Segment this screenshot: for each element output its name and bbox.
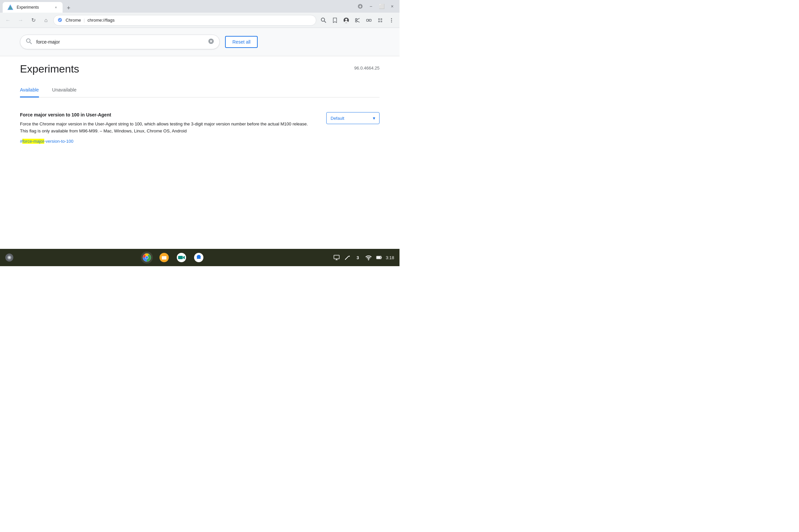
flag-item: Force major version to 100 in User-Agent…: [20, 106, 379, 151]
taskbar-apps: [17, 251, 329, 264]
tab-close-button[interactable]: ×: [53, 5, 59, 10]
taskbar-app-meet[interactable]: [175, 251, 187, 264]
account-icon[interactable]: [341, 15, 352, 26]
bookmark-icon[interactable]: [330, 15, 340, 26]
svg-point-9: [356, 20, 357, 22]
download-icon[interactable]: [356, 2, 365, 11]
title-bar: Experiments × + − ⬜ ×: [0, 0, 400, 13]
navigation-bar: ← → ↻ ⌂ Chrome | chrome://flags: [0, 13, 400, 28]
svg-line-41: [345, 256, 349, 260]
stylus-icon[interactable]: [343, 253, 351, 262]
tabs-container: Available Unavailable: [20, 83, 379, 97]
svg-point-8: [356, 18, 357, 20]
wifi-icon[interactable]: [365, 253, 373, 262]
anchor-suffix: -version-to-100: [44, 139, 73, 144]
menu-icon[interactable]: [386, 15, 397, 26]
screen-icon[interactable]: [333, 253, 340, 262]
toolbar-icons: [318, 15, 397, 26]
flag-dropdown[interactable]: Default ▾: [326, 112, 379, 124]
dropdown-value: Default: [331, 116, 344, 121]
search-box[interactable]: [20, 35, 220, 49]
svg-point-4: [321, 18, 324, 21]
svg-point-20: [391, 21, 392, 22]
search-icon: [26, 38, 32, 46]
back-button[interactable]: ←: [3, 15, 13, 26]
svg-line-10: [357, 18, 359, 20]
tab-area: Experiments × +: [3, 0, 73, 13]
main-content: Experiments 96.0.4664.25 Available Unava…: [0, 56, 400, 249]
svg-rect-12: [367, 19, 369, 21]
address-bar[interactable]: Chrome | chrome://flags: [53, 15, 316, 26]
battery-icon[interactable]: [375, 253, 383, 262]
dropdown-arrow-icon: ▾: [373, 115, 375, 121]
tab-unavailable[interactable]: Unavailable: [52, 83, 77, 97]
svg-rect-38: [334, 255, 339, 259]
flag-anchor-link[interactable]: #force-major-version-to-100: [20, 139, 73, 144]
maximize-button[interactable]: ⬜: [377, 2, 386, 11]
taskbar-time: 3:18: [386, 255, 394, 260]
svg-rect-15: [380, 18, 382, 20]
refresh-button[interactable]: ↻: [28, 15, 39, 26]
svg-rect-14: [378, 18, 380, 20]
window-controls: − ⬜ ×: [356, 2, 397, 11]
svg-rect-16: [378, 21, 380, 22]
svg-line-5: [324, 21, 326, 23]
svg-line-22: [30, 42, 32, 44]
svg-point-18: [391, 18, 392, 19]
svg-rect-35: [178, 256, 183, 259]
taskbar-app-chrome[interactable]: [141, 251, 153, 264]
notification-number: 3: [356, 255, 359, 260]
flag-description: Force the Chrome major version in the Us…: [20, 121, 313, 135]
search-clear-button[interactable]: [208, 38, 214, 46]
svg-point-27: [8, 256, 10, 259]
tab-label: Experiments: [17, 5, 51, 10]
minimize-button[interactable]: −: [366, 2, 375, 11]
svg-rect-17: [380, 21, 382, 22]
page-title: Experiments: [20, 63, 79, 75]
reset-all-button[interactable]: Reset all: [225, 36, 258, 48]
site-security-icon: [58, 18, 63, 23]
version-text: 96.0.4664.25: [354, 65, 379, 71]
scissors-icon[interactable]: [352, 15, 363, 26]
active-tab[interactable]: Experiments ×: [3, 2, 62, 13]
search-toolbar-icon[interactable]: [318, 15, 329, 26]
svg-point-19: [391, 20, 392, 21]
svg-rect-13: [369, 19, 371, 21]
taskbar-left: [5, 253, 13, 262]
flag-anchor-container: #force-major-version-to-100: [20, 138, 313, 144]
forward-button[interactable]: →: [15, 15, 26, 26]
address-separator: |: [83, 18, 85, 23]
url-text: chrome://flags: [88, 18, 115, 23]
tab-favicon: [7, 4, 14, 11]
taskbar-app-files[interactable]: [158, 251, 170, 264]
svg-point-31: [146, 256, 148, 259]
search-area: Reset all: [0, 28, 400, 56]
page-header: Experiments 96.0.4664.25: [20, 63, 379, 75]
svg-point-42: [368, 260, 369, 261]
svg-line-11: [357, 21, 359, 22]
taskbar: 3 3:18: [0, 249, 400, 266]
search-input[interactable]: [36, 39, 204, 44]
close-button[interactable]: ×: [388, 2, 397, 11]
tab-available[interactable]: Available: [20, 83, 39, 97]
svg-point-21: [26, 39, 30, 42]
taskbar-app-chat[interactable]: [193, 251, 205, 264]
extensions-icon[interactable]: [364, 15, 374, 26]
home-button[interactable]: ⌂: [41, 15, 51, 26]
launcher-button[interactable]: [5, 253, 13, 262]
flag-content: Force major version to 100 in User-Agent…: [20, 112, 313, 144]
notification-badge[interactable]: 3: [354, 253, 362, 262]
anchor-highlight: force-major: [22, 139, 44, 144]
extension2-icon[interactable]: [375, 15, 386, 26]
new-tab-button[interactable]: +: [64, 3, 73, 13]
flag-title: Force major version to 100 in User-Agent: [20, 112, 313, 117]
taskbar-right: 3 3:18: [333, 253, 394, 262]
site-name: Chrome: [66, 18, 81, 23]
svg-rect-44: [377, 256, 380, 259]
svg-point-7: [345, 19, 347, 21]
